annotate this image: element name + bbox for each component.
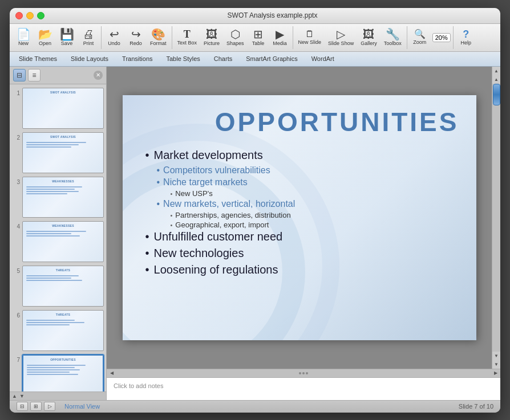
- tab-slide-layouts[interactable]: Slide Layouts: [64, 53, 115, 64]
- status-slide-info: Slide 7 of 10: [459, 403, 493, 410]
- panel-scroll-down[interactable]: ▼: [19, 393, 25, 399]
- zoom-label: Zoom: [413, 39, 426, 45]
- slide-preview-7: OPPORTUNITIES: [22, 354, 104, 392]
- bullet-item-regulations: Loosening of regulations: [145, 263, 459, 276]
- panel-outline-view-btn[interactable]: ≡: [28, 69, 41, 81]
- toolbox-label: Toolbox: [384, 40, 402, 46]
- scroll-up-arrow-2[interactable]: ▲: [492, 75, 501, 84]
- print-button[interactable]: 🖨 Print: [78, 27, 99, 47]
- tab-smartart[interactable]: SmartArt Graphics: [239, 53, 304, 64]
- zoom-value-display: 20%: [432, 33, 451, 42]
- toolbar-separator-2: [172, 26, 172, 49]
- grid-view-btn[interactable]: ⊞: [30, 402, 42, 411]
- status-view-label: Normal View: [64, 403, 459, 410]
- media-icon: ▶: [276, 28, 284, 40]
- help-button[interactable]: ? Help: [456, 28, 476, 47]
- table-button[interactable]: ⊞ Table: [248, 27, 269, 47]
- help-icon: ?: [463, 29, 469, 39]
- slide-thumb-3[interactable]: 3 WEAKNESSES: [12, 177, 104, 218]
- gallery-label: Gallery: [361, 40, 377, 46]
- scroll-up-arrow[interactable]: ▲: [492, 67, 501, 75]
- panel-scroll-up[interactable]: ▲: [12, 393, 17, 399]
- tab-table-styles[interactable]: Table Styles: [160, 53, 207, 64]
- minimize-button[interactable]: [26, 12, 34, 19]
- hscroll-dot-2: [302, 372, 305, 374]
- slide-preview-4: WEAKNESSES: [22, 221, 104, 262]
- new-label: New: [18, 40, 29, 46]
- open-button[interactable]: 📂 Open: [35, 27, 55, 47]
- panel-scroll-controls: ▲ ▼: [10, 392, 106, 400]
- slide-num-4: 4: [12, 223, 20, 230]
- slide-area: OPPORTUNITIES Market developments Compet…: [107, 67, 500, 400]
- undo-button[interactable]: ↩ Undo: [104, 27, 124, 47]
- textbox-label: Text Box: [177, 40, 197, 46]
- save-button[interactable]: 💾 Save: [56, 27, 77, 47]
- textbox-button[interactable]: T Text Box: [175, 28, 200, 47]
- new-button[interactable]: 📄 New: [13, 27, 34, 47]
- panel-slides-view-btn[interactable]: ⊟: [13, 69, 26, 81]
- shapes-button[interactable]: ⬡ Shapes: [224, 27, 247, 47]
- tab-wordart[interactable]: WordArt: [305, 53, 341, 64]
- bullet-l3-text-2: Partnerships, agencies, distribution: [175, 211, 290, 219]
- slide-thumb-7[interactable]: 7 OPPORTUNITIES: [12, 354, 104, 392]
- slide-thumb-5[interactable]: 5 THREATS: [12, 266, 104, 307]
- print-label: Print: [83, 40, 94, 46]
- slide-preview-2: SWOT ANALYSIS: [22, 132, 104, 173]
- newslide-icon: 🗒: [305, 30, 314, 39]
- hscroll-left-arrow[interactable]: ◀: [108, 369, 115, 377]
- undo-label: Undo: [108, 40, 120, 46]
- bullet-l1-text-4: Loosening of regulations: [154, 263, 278, 276]
- panel-close-btn[interactable]: ✕: [94, 71, 103, 80]
- scroll-thumb[interactable]: [493, 84, 500, 105]
- zoom-button[interactable]: 🔍 Zoom: [410, 28, 430, 46]
- media-label: Media: [273, 40, 287, 46]
- slides-list: 1 SWOT ANALYSIS 2 SWOT ANALYSIS: [10, 84, 106, 392]
- textbox-icon: T: [184, 29, 191, 39]
- help-label: Help: [460, 40, 471, 46]
- bullet-l1-text: Market developments: [154, 149, 263, 162]
- slide-main-row: OPPORTUNITIES Market developments Compet…: [107, 67, 500, 369]
- normal-view-btn[interactable]: ⊟: [17, 402, 28, 411]
- save-label: Save: [61, 40, 73, 46]
- slide-thumb-1[interactable]: 1 SWOT ANALYSIS: [12, 88, 104, 129]
- slide-canvas-wrapper[interactable]: OPPORTUNITIES Market developments Compet…: [107, 67, 492, 369]
- toolbox-button[interactable]: 🔧 Toolbox: [381, 27, 404, 47]
- redo-icon: ↪: [131, 28, 141, 40]
- scroll-down-arrow[interactable]: ▼: [492, 352, 501, 360]
- bullet-item-customer-need: Unfulfilled customer need: [145, 230, 459, 243]
- slide-num-1: 1: [12, 90, 20, 96]
- slide-num-6: 6: [12, 312, 20, 319]
- slide-num-7: 7: [12, 357, 20, 363]
- bullet-l2-text-3: New markets, vertical, horizontal: [163, 199, 295, 209]
- maximize-button[interactable]: [37, 12, 44, 19]
- tab-transitions[interactable]: Transitions: [115, 53, 159, 64]
- close-button[interactable]: [15, 12, 23, 19]
- open-icon: 📂: [38, 28, 52, 40]
- toolbar-separator-4: [407, 26, 407, 49]
- display-view-btn[interactable]: ▷: [44, 402, 55, 411]
- picture-button[interactable]: 🖼 Picture: [201, 27, 222, 47]
- ribbon: Slide Themes Slide Layouts Transitions T…: [10, 52, 500, 67]
- shapes-icon: ⬡: [230, 28, 240, 40]
- slide-thumb-4[interactable]: 4 WEAKNESSES: [12, 221, 104, 262]
- bullet-item-new-tech: New technologies: [145, 247, 459, 260]
- redo-button[interactable]: ↪ Redo: [126, 27, 146, 47]
- slide-num-5: 5: [12, 268, 20, 274]
- media-button[interactable]: ▶ Media: [270, 27, 290, 47]
- tab-slide-themes[interactable]: Slide Themes: [12, 53, 64, 64]
- slide-thumb-2[interactable]: 2 SWOT ANALYSIS: [12, 132, 104, 173]
- slide-thumb-6[interactable]: 6 THREATS: [12, 310, 104, 351]
- bullet-item-newmarkets: New markets, vertical, horizontal: [157, 199, 459, 209]
- gallery-button[interactable]: 🖼 Gallery: [358, 27, 380, 47]
- hscroll-right-arrow[interactable]: ▶: [492, 369, 499, 377]
- scroll-down-arrow-2[interactable]: ▼: [492, 360, 501, 369]
- tab-charts[interactable]: Charts: [207, 53, 239, 64]
- notes-area[interactable]: Click to add notes: [107, 377, 500, 400]
- newslide-button[interactable]: 🗒 New Slide: [296, 28, 325, 46]
- open-label: Open: [39, 40, 51, 46]
- toolbar: 📄 New 📂 Open 💾 Save 🖨 Print ↩ Undo ↪ Red…: [10, 24, 500, 52]
- slideshow-button[interactable]: ▷ Slide Show: [325, 27, 357, 47]
- format-button[interactable]: 🎨 Format: [147, 27, 169, 47]
- table-label: Table: [252, 40, 265, 46]
- slide-num-2: 2: [12, 134, 20, 141]
